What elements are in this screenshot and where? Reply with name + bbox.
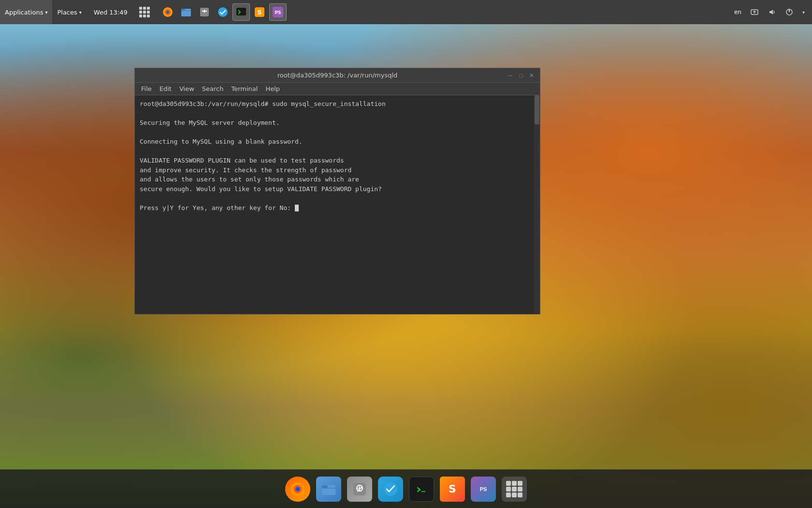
taskbar-sublime[interactable]: S bbox=[251, 3, 268, 21]
apps-grid-button[interactable] bbox=[135, 0, 154, 24]
apps-dot bbox=[518, 487, 522, 492]
terminal-line: VALIDATE PASSWORD PLUGIN can be used to … bbox=[140, 156, 535, 165]
terminal-titlebar: root@da305d993c3b: /var/run/mysqld ─ □ ✕ bbox=[135, 68, 540, 83]
applications-arrow: ▾ bbox=[45, 10, 47, 15]
apps-dot bbox=[518, 481, 522, 486]
apps-dot bbox=[518, 493, 522, 497]
bottom-dock: S PS bbox=[0, 469, 812, 508]
volume-icon[interactable] bbox=[765, 0, 779, 24]
applications-label: Applications bbox=[5, 9, 43, 16]
taskbar-terminal[interactable] bbox=[232, 3, 250, 21]
panel-left: Applications ▾ Places ▾ Wed 13:49 bbox=[0, 0, 727, 24]
taskbar-phpstorm[interactable]: PS bbox=[269, 3, 287, 21]
dock-sublime[interactable]: S bbox=[439, 476, 466, 503]
grid-dot bbox=[139, 11, 142, 14]
expand-button[interactable]: ▾ bbox=[800, 0, 807, 24]
terminal-window: root@da305d993c3b: /var/run/mysqld ─ □ ✕… bbox=[134, 68, 540, 314]
apps-dot bbox=[512, 487, 517, 492]
dock-store[interactable] bbox=[346, 476, 373, 503]
apps-dot bbox=[512, 481, 517, 486]
panel-right: en ▾ bbox=[727, 0, 812, 24]
grid-dot bbox=[143, 11, 146, 14]
language-indicator[interactable]: en bbox=[732, 0, 744, 24]
dock-show-apps[interactable] bbox=[501, 476, 528, 503]
taskbar-store[interactable] bbox=[196, 3, 213, 21]
terminal-menubar: File Edit View Search Terminal Help bbox=[135, 83, 540, 95]
menu-search[interactable]: Search bbox=[198, 83, 228, 95]
svg-rect-24 bbox=[415, 483, 428, 494]
files-dock-icon bbox=[316, 477, 341, 502]
top-panel: Applications ▾ Places ▾ Wed 13:49 bbox=[0, 0, 812, 24]
taskbar-icons: S PS bbox=[154, 3, 291, 21]
apps-dot bbox=[506, 487, 511, 492]
close-button[interactable]: ✕ bbox=[527, 71, 536, 80]
svg-text:S: S bbox=[257, 9, 261, 16]
dock-firefox[interactable] bbox=[284, 476, 311, 503]
dock-telegram[interactable] bbox=[377, 476, 404, 503]
grid-dot bbox=[147, 7, 150, 10]
menu-view[interactable]: View bbox=[175, 83, 198, 95]
svg-rect-20 bbox=[322, 485, 328, 488]
terminal-scrollbar[interactable] bbox=[534, 95, 540, 314]
apps-dot bbox=[512, 493, 517, 497]
svg-point-6 bbox=[218, 7, 228, 17]
dock-files[interactable] bbox=[315, 476, 342, 503]
terminal-title: root@da305d993c3b: /var/run/mysqld bbox=[277, 72, 398, 79]
apps-grid bbox=[506, 481, 522, 497]
telegram-dock-icon bbox=[378, 477, 403, 502]
places-label: Places bbox=[57, 9, 77, 16]
terminal-content[interactable]: root@da305d993c3b:/var/run/mysqld# sudo … bbox=[135, 95, 540, 314]
applications-menu[interactable]: Applications ▾ bbox=[0, 0, 52, 24]
terminal-line: and allows the users to set only those p… bbox=[140, 175, 535, 184]
network-icon[interactable] bbox=[748, 0, 761, 24]
terminal-line bbox=[140, 147, 535, 156]
menu-edit[interactable]: Edit bbox=[156, 83, 175, 95]
terminal-input-line: Press y|Y for Yes, any other key for No: bbox=[140, 203, 535, 213]
terminal-line bbox=[140, 128, 535, 137]
phpstorm-dock-icon: PS bbox=[471, 477, 496, 502]
taskbar-firefox[interactable] bbox=[159, 3, 176, 21]
places-menu[interactable]: Places ▾ bbox=[52, 0, 86, 24]
terminal-line: root@da305d993c3b:/var/run/mysqld# sudo … bbox=[140, 99, 535, 109]
terminal-line bbox=[140, 109, 535, 119]
grid-dot bbox=[147, 11, 150, 14]
sublime-dock-icon: S bbox=[440, 477, 465, 502]
grid-dot bbox=[139, 7, 142, 10]
power-icon[interactable] bbox=[783, 0, 796, 24]
svg-text:PS: PS bbox=[275, 10, 281, 15]
terminal-line: secure enough. Would you like to setup V… bbox=[140, 184, 535, 194]
grid-dot bbox=[147, 15, 150, 17]
terminal-line: and improve security. It checks the stre… bbox=[140, 165, 535, 175]
datetime-label: Wed 13:49 bbox=[94, 9, 128, 16]
minimize-button[interactable]: ─ bbox=[506, 71, 515, 80]
apps-dock-icon bbox=[502, 477, 527, 502]
terminal-line bbox=[140, 194, 535, 203]
taskbar-files[interactable] bbox=[177, 3, 195, 21]
terminal-line: Securing the MySQL server deployment. bbox=[140, 118, 535, 128]
apps-dot bbox=[506, 481, 511, 486]
titlebar-controls: ─ □ ✕ bbox=[506, 71, 536, 80]
scrollbar-thumb[interactable] bbox=[535, 95, 539, 124]
lang-label: en bbox=[734, 9, 741, 15]
svg-point-18 bbox=[297, 488, 299, 490]
grid-dot bbox=[139, 15, 142, 17]
terminal-cursor bbox=[295, 205, 299, 211]
clock: Wed 13:49 bbox=[87, 0, 135, 24]
grid-dot bbox=[143, 7, 146, 10]
menu-file[interactable]: File bbox=[137, 83, 156, 95]
places-arrow: ▾ bbox=[79, 10, 82, 15]
svg-rect-4 bbox=[181, 9, 185, 11]
apps-grid-icon bbox=[139, 7, 150, 17]
dock-phpstorm[interactable]: PS bbox=[470, 476, 497, 503]
taskbar-telegram[interactable] bbox=[214, 3, 232, 21]
store-dock-icon bbox=[347, 477, 372, 502]
terminal-line: Connecting to MySQL using a blank passwo… bbox=[140, 137, 535, 147]
apps-dot bbox=[506, 493, 511, 497]
svg-point-2 bbox=[166, 11, 169, 14]
dock-terminal[interactable] bbox=[408, 476, 435, 503]
terminal-dock-icon bbox=[409, 477, 434, 502]
menu-help[interactable]: Help bbox=[261, 83, 284, 95]
menu-terminal[interactable]: Terminal bbox=[227, 83, 261, 95]
maximize-button[interactable]: □ bbox=[517, 71, 525, 80]
svg-rect-7 bbox=[236, 8, 246, 15]
